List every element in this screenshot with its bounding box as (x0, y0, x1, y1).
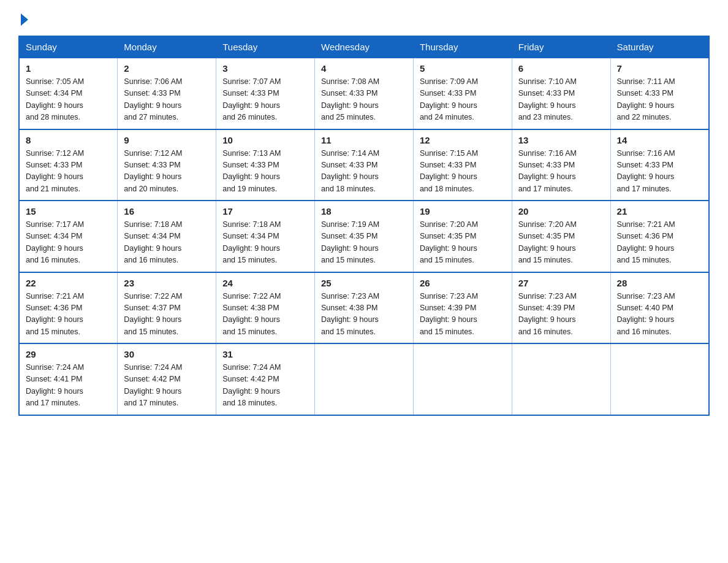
day-info: Sunrise: 7:21 AMSunset: 4:36 PMDaylight:… (617, 219, 702, 267)
calendar-day-cell: 30Sunrise: 7:24 AMSunset: 4:42 PMDayligh… (118, 343, 216, 415)
day-number: 3 (222, 63, 308, 74)
day-info: Sunrise: 7:13 AMSunset: 4:33 PMDaylight:… (222, 148, 308, 196)
day-number: 19 (420, 206, 506, 216)
day-number: 13 (518, 135, 604, 145)
day-info: Sunrise: 7:24 AMSunset: 4:42 PMDaylight:… (222, 362, 308, 410)
day-number: 4 (321, 63, 407, 74)
calendar-day-cell: 12Sunrise: 7:15 AMSunset: 4:33 PMDayligh… (413, 129, 512, 201)
day-of-week-header: Wednesday (315, 36, 414, 58)
calendar-day-cell: 2Sunrise: 7:06 AMSunset: 4:33 PMDaylight… (118, 58, 216, 129)
day-info: Sunrise: 7:22 AMSunset: 4:38 PMDaylight:… (222, 291, 308, 339)
calendar-day-cell: 7Sunrise: 7:11 AMSunset: 4:33 PMDaylight… (610, 58, 709, 129)
day-info: Sunrise: 7:12 AMSunset: 4:33 PMDaylight:… (124, 148, 210, 196)
day-info: Sunrise: 7:18 AMSunset: 4:34 PMDaylight:… (124, 219, 210, 267)
calendar-week-row: 1Sunrise: 7:05 AMSunset: 4:34 PMDaylight… (19, 58, 709, 129)
day-number: 20 (518, 206, 604, 216)
day-number: 1 (26, 63, 111, 74)
calendar-day-cell: 1Sunrise: 7:05 AMSunset: 4:34 PMDaylight… (19, 58, 118, 129)
day-info: Sunrise: 7:20 AMSunset: 4:35 PMDaylight:… (420, 219, 506, 267)
day-number: 30 (124, 349, 210, 359)
day-info: Sunrise: 7:12 AMSunset: 4:33 PMDaylight:… (26, 148, 111, 196)
day-number: 7 (617, 63, 702, 74)
calendar-week-row: 22Sunrise: 7:21 AMSunset: 4:36 PMDayligh… (19, 272, 709, 344)
day-number: 11 (321, 135, 407, 145)
day-info: Sunrise: 7:10 AMSunset: 4:33 PMDaylight:… (518, 76, 604, 124)
day-number: 5 (420, 63, 506, 74)
day-info: Sunrise: 7:20 AMSunset: 4:35 PMDaylight:… (518, 219, 604, 267)
day-number: 12 (420, 135, 506, 145)
day-info: Sunrise: 7:24 AMSunset: 4:42 PMDaylight:… (124, 362, 210, 410)
calendar-day-cell: 15Sunrise: 7:17 AMSunset: 4:34 PMDayligh… (19, 201, 118, 272)
calendar-day-cell: 20Sunrise: 7:20 AMSunset: 4:35 PMDayligh… (512, 201, 610, 272)
day-info: Sunrise: 7:23 AMSunset: 4:40 PMDaylight:… (617, 291, 702, 339)
day-info: Sunrise: 7:14 AMSunset: 4:33 PMDaylight:… (321, 148, 407, 196)
calendar-day-cell: 19Sunrise: 7:20 AMSunset: 4:35 PMDayligh… (413, 201, 512, 272)
day-number: 22 (26, 278, 111, 288)
day-info: Sunrise: 7:09 AMSunset: 4:33 PMDaylight:… (420, 76, 506, 124)
day-number: 16 (124, 206, 210, 216)
day-of-week-header: Saturday (610, 36, 709, 58)
calendar-day-cell: 5Sunrise: 7:09 AMSunset: 4:33 PMDaylight… (413, 58, 512, 129)
calendar-day-cell: 9Sunrise: 7:12 AMSunset: 4:33 PMDaylight… (118, 129, 216, 201)
day-number: 6 (518, 63, 604, 74)
calendar-day-cell: 28Sunrise: 7:23 AMSunset: 4:40 PMDayligh… (610, 272, 709, 344)
day-info: Sunrise: 7:17 AMSunset: 4:34 PMDaylight:… (26, 219, 111, 267)
day-info: Sunrise: 7:22 AMSunset: 4:37 PMDaylight:… (124, 291, 210, 339)
day-number: 25 (321, 278, 407, 288)
day-of-week-header: Friday (512, 36, 610, 58)
day-info: Sunrise: 7:23 AMSunset: 4:39 PMDaylight:… (420, 291, 506, 339)
day-number: 15 (26, 206, 111, 216)
day-number: 23 (124, 278, 210, 288)
day-info: Sunrise: 7:23 AMSunset: 4:38 PMDaylight:… (321, 291, 407, 339)
calendar-week-row: 8Sunrise: 7:12 AMSunset: 4:33 PMDaylight… (19, 129, 709, 201)
calendar-day-cell: 6Sunrise: 7:10 AMSunset: 4:33 PMDaylight… (512, 58, 610, 129)
calendar-day-cell (413, 343, 512, 415)
day-info: Sunrise: 7:15 AMSunset: 4:33 PMDaylight:… (420, 148, 506, 196)
calendar-day-cell: 22Sunrise: 7:21 AMSunset: 4:36 PMDayligh… (19, 272, 118, 344)
day-of-week-header: Sunday (19, 36, 118, 58)
logo-arrow-icon (21, 13, 28, 26)
calendar-week-row: 29Sunrise: 7:24 AMSunset: 4:41 PMDayligh… (19, 343, 709, 415)
day-number: 28 (617, 278, 702, 288)
calendar-week-row: 15Sunrise: 7:17 AMSunset: 4:34 PMDayligh… (19, 201, 709, 272)
calendar-day-cell: 29Sunrise: 7:24 AMSunset: 4:41 PMDayligh… (19, 343, 118, 415)
calendar-day-cell: 18Sunrise: 7:19 AMSunset: 4:35 PMDayligh… (315, 201, 414, 272)
day-number: 2 (124, 63, 210, 74)
day-info: Sunrise: 7:19 AMSunset: 4:35 PMDaylight:… (321, 219, 407, 267)
day-info: Sunrise: 7:06 AMSunset: 4:33 PMDaylight:… (124, 76, 210, 124)
calendar-day-cell: 8Sunrise: 7:12 AMSunset: 4:33 PMDaylight… (19, 129, 118, 201)
day-info: Sunrise: 7:11 AMSunset: 4:33 PMDaylight:… (617, 76, 702, 124)
calendar-day-cell: 4Sunrise: 7:08 AMSunset: 4:33 PMDaylight… (315, 58, 414, 129)
calendar-table: SundayMondayTuesdayWednesdayThursdayFrid… (18, 36, 710, 416)
calendar-day-cell: 27Sunrise: 7:23 AMSunset: 4:39 PMDayligh… (512, 272, 610, 344)
calendar-day-cell (512, 343, 610, 415)
day-number: 24 (222, 278, 308, 288)
day-info: Sunrise: 7:07 AMSunset: 4:33 PMDaylight:… (222, 76, 308, 124)
day-info: Sunrise: 7:08 AMSunset: 4:33 PMDaylight:… (321, 76, 407, 124)
day-info: Sunrise: 7:24 AMSunset: 4:41 PMDaylight:… (26, 362, 111, 410)
calendar-day-cell: 23Sunrise: 7:22 AMSunset: 4:37 PMDayligh… (118, 272, 216, 344)
day-info: Sunrise: 7:05 AMSunset: 4:34 PMDaylight:… (26, 76, 111, 124)
day-info: Sunrise: 7:16 AMSunset: 4:33 PMDaylight:… (617, 148, 702, 196)
calendar-header-row: SundayMondayTuesdayWednesdayThursdayFrid… (19, 36, 709, 58)
calendar-day-cell: 26Sunrise: 7:23 AMSunset: 4:39 PMDayligh… (413, 272, 512, 344)
day-info: Sunrise: 7:16 AMSunset: 4:33 PMDaylight:… (518, 148, 604, 196)
calendar-day-cell: 24Sunrise: 7:22 AMSunset: 4:38 PMDayligh… (216, 272, 315, 344)
calendar-day-cell: 14Sunrise: 7:16 AMSunset: 4:33 PMDayligh… (610, 129, 709, 201)
calendar-day-cell: 16Sunrise: 7:18 AMSunset: 4:34 PMDayligh… (118, 201, 216, 272)
day-number: 9 (124, 135, 210, 145)
calendar-day-cell (315, 343, 414, 415)
calendar-day-cell: 10Sunrise: 7:13 AMSunset: 4:33 PMDayligh… (216, 129, 315, 201)
day-of-week-header: Tuesday (216, 36, 315, 58)
calendar-day-cell: 17Sunrise: 7:18 AMSunset: 4:34 PMDayligh… (216, 201, 315, 272)
day-number: 14 (617, 135, 702, 145)
calendar-day-cell (610, 343, 709, 415)
day-number: 8 (26, 135, 111, 145)
calendar-day-cell: 3Sunrise: 7:07 AMSunset: 4:33 PMDaylight… (216, 58, 315, 129)
day-number: 18 (321, 206, 407, 216)
calendar-day-cell: 11Sunrise: 7:14 AMSunset: 4:33 PMDayligh… (315, 129, 414, 201)
logo (18, 12, 28, 26)
day-of-week-header: Thursday (413, 36, 512, 58)
calendar-day-cell: 31Sunrise: 7:24 AMSunset: 4:42 PMDayligh… (216, 343, 315, 415)
day-number: 27 (518, 278, 604, 288)
